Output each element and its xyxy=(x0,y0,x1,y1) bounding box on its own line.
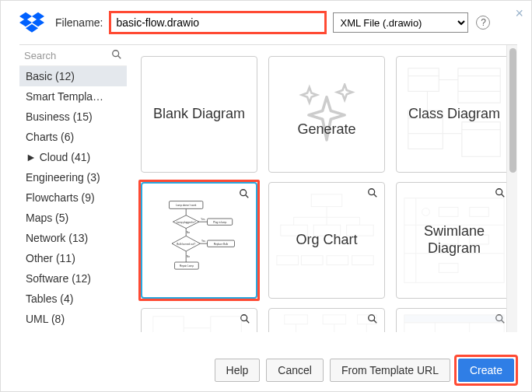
svg-rect-70 xyxy=(285,315,308,324)
svg-text:Plug in lamp: Plug in lamp xyxy=(213,221,227,224)
svg-rect-43 xyxy=(301,256,323,265)
category-sidebar: Basic (12) Smart Templa… Business (15) C… xyxy=(19,45,127,332)
dropbox-icon xyxy=(19,12,44,33)
svg-rect-62 xyxy=(439,264,458,273)
category-item-basic[interactable]: Basic (12) xyxy=(19,66,127,86)
svg-rect-78 xyxy=(404,315,504,323)
category-item-maps[interactable]: Maps (5) xyxy=(19,208,127,228)
svg-rect-66 xyxy=(211,317,241,332)
template-blank[interactable]: Blank Diagram xyxy=(141,56,257,173)
svg-point-0 xyxy=(113,51,119,57)
svg-rect-72 xyxy=(357,315,376,324)
svg-text:Bulb burned out?: Bulb burned out? xyxy=(177,243,195,246)
template-grid: Blank Diagram Generate xyxy=(127,45,517,332)
svg-rect-42 xyxy=(277,256,299,265)
flowchart-thumb: Lamp doesn't work Lamp plugged in? Plug … xyxy=(156,197,243,284)
sequence-thumb xyxy=(269,309,384,332)
svg-text:No: No xyxy=(187,231,190,234)
new-diagram-dialog: × Filename: XML File (.drawio) ? Basic (… xyxy=(0,0,532,392)
category-item-business[interactable]: Business (15) xyxy=(19,107,127,127)
filename-input[interactable] xyxy=(110,12,325,33)
grid-scrollbar[interactable] xyxy=(506,45,517,332)
category-item-engineering[interactable]: Engineering (3) xyxy=(19,167,127,187)
svg-rect-44 xyxy=(327,256,348,265)
category-item-venn[interactable]: Venn (8) xyxy=(19,329,127,332)
svg-rect-38 xyxy=(311,194,341,207)
svg-line-16 xyxy=(246,195,249,198)
svg-text:Repair Lamp: Repair Lamp xyxy=(180,264,194,268)
search-icon[interactable] xyxy=(111,49,122,60)
template-label: Entity xyxy=(173,331,224,332)
svg-text:Lamp plugged in?: Lamp plugged in? xyxy=(177,221,196,224)
category-item-software[interactable]: Software (12) xyxy=(19,268,127,289)
category-item-charts[interactable]: Charts (6) xyxy=(19,127,127,147)
template-label: Generate xyxy=(289,121,363,138)
svg-text:Yes: Yes xyxy=(201,240,206,243)
body: Basic (12) Smart Templa… Business (15) C… xyxy=(19,44,517,332)
svg-rect-58 xyxy=(439,208,458,217)
category-item-uml[interactable]: UML (8) xyxy=(19,309,127,329)
scroll-thumb[interactable] xyxy=(509,48,516,173)
template-org[interactable]: Org Chart xyxy=(268,182,385,299)
template-generate[interactable]: Generate xyxy=(268,56,385,173)
category-item-other[interactable]: Other (11) xyxy=(19,248,127,268)
category-item-network[interactable]: Network (13) xyxy=(19,228,127,248)
entity-thumb xyxy=(142,309,257,332)
svg-rect-71 xyxy=(323,315,346,324)
category-item-tables[interactable]: Tables (4) xyxy=(19,289,127,309)
template-label: Class Diagram xyxy=(401,106,508,123)
help-icon[interactable]: ? xyxy=(476,16,490,30)
svg-rect-59 xyxy=(470,208,489,217)
svg-point-15 xyxy=(240,190,247,196)
category-item-flowcharts[interactable]: Flowcharts (9) xyxy=(19,187,127,208)
svg-line-1 xyxy=(118,56,121,59)
svg-text:Lamp doesn't work: Lamp doesn't work xyxy=(176,204,197,207)
category-item-cloud[interactable]: ► Cloud (41) xyxy=(19,147,127,167)
template-simple[interactable]: Simple xyxy=(396,308,513,332)
filetype-select[interactable]: XML File (.drawio) xyxy=(333,12,468,33)
template-flowchart[interactable]: Lamp doesn't work Lamp plugged in? Plug … xyxy=(141,182,257,299)
category-list: Basic (12) Smart Templa… Business (15) C… xyxy=(19,66,127,332)
create-button[interactable]: Create xyxy=(458,359,514,382)
svg-text:No: No xyxy=(187,255,190,258)
template-sequence[interactable]: Sequence xyxy=(268,308,385,332)
help-button[interactable]: Help xyxy=(215,359,261,382)
svg-rect-4 xyxy=(458,68,500,103)
template-label: Swimlane Diagram xyxy=(397,223,512,257)
template-label: Simple xyxy=(425,331,483,332)
from-template-url-button[interactable]: From Template URL xyxy=(330,359,450,382)
close-icon[interactable]: × xyxy=(515,5,523,22)
filename-label: Filename: xyxy=(55,16,103,29)
footer-buttons: Help Cancel From Template URL Create xyxy=(215,357,516,383)
search-wrap xyxy=(19,45,127,66)
header: Filename: XML File (.drawio) ? xyxy=(1,1,531,40)
template-entity[interactable]: Entity xyxy=(141,308,257,332)
svg-point-57 xyxy=(422,208,430,216)
cancel-button[interactable]: Cancel xyxy=(266,359,324,382)
svg-rect-45 xyxy=(352,256,374,265)
svg-rect-2 xyxy=(408,68,439,92)
template-label: Org Chart xyxy=(288,232,365,249)
simple-thumb xyxy=(397,309,512,332)
template-swimlane[interactable]: Swimlane Diagram xyxy=(396,182,513,299)
svg-rect-10 xyxy=(462,122,500,156)
template-label: Blank Diagram xyxy=(145,106,253,123)
svg-rect-65 xyxy=(153,317,184,332)
create-highlight: Create xyxy=(457,357,516,383)
svg-text:Replace Bulb: Replace Bulb xyxy=(214,243,229,246)
category-item-smart[interactable]: Smart Templa… xyxy=(19,86,127,107)
svg-text:Yes: Yes xyxy=(201,218,205,221)
template-class[interactable]: Class Diagram xyxy=(396,56,513,173)
